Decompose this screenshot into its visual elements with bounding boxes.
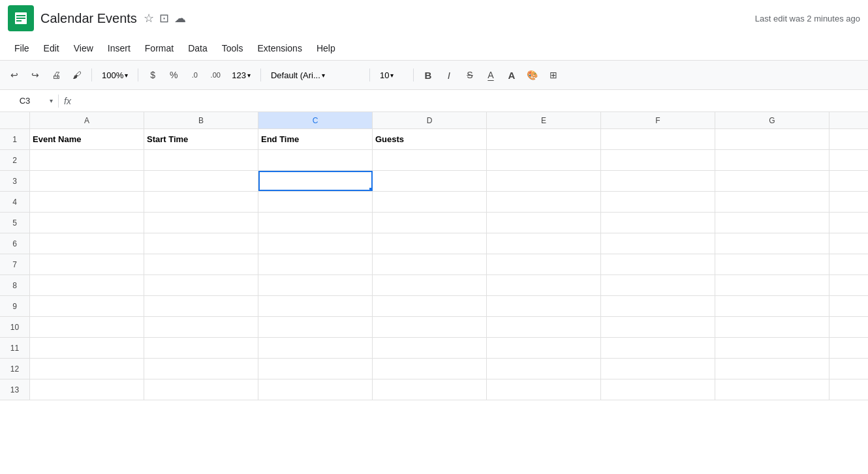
cell-c5[interactable] — [258, 213, 373, 233]
cell-c11[interactable] — [258, 338, 373, 358]
cell-c2[interactable] — [258, 150, 373, 170]
cell-a3[interactable] — [30, 171, 144, 191]
row-num-1[interactable]: 1 — [0, 129, 30, 149]
italic-button[interactable]: I — [440, 66, 458, 84]
paint-format-button[interactable]: 🖌 — [68, 66, 86, 84]
cell-g7[interactable] — [715, 254, 829, 274]
cell-f12[interactable] — [601, 359, 715, 379]
cell-f7[interactable] — [601, 254, 715, 274]
cell-ref-dropdown[interactable]: ▾ — [50, 97, 53, 104]
cell-d6[interactable] — [373, 233, 487, 254]
row-num-4[interactable]: 4 — [0, 192, 30, 212]
cell-b11[interactable] — [144, 338, 258, 358]
cell-c13[interactable] — [258, 379, 373, 400]
borders-button[interactable]: ⊞ — [544, 66, 563, 84]
row-num-13[interactable]: 13 — [0, 379, 30, 400]
menu-help[interactable]: Help — [310, 40, 342, 56]
cell-a1[interactable]: Event Name — [30, 129, 144, 149]
cell-c3[interactable] — [258, 171, 373, 191]
decimal-decrease-button[interactable]: .0 — [185, 66, 204, 84]
cell-b9[interactable] — [144, 296, 258, 316]
cell-b4[interactable] — [144, 192, 258, 212]
cell-g11[interactable] — [715, 338, 829, 358]
cell-f9[interactable] — [601, 296, 715, 316]
cell-g4[interactable] — [715, 192, 829, 212]
col-header-d[interactable]: D — [373, 112, 487, 128]
row-num-10[interactable]: 10 — [0, 317, 30, 337]
cell-b5[interactable] — [144, 213, 258, 233]
cell-b12[interactable] — [144, 359, 258, 379]
cell-d4[interactable] — [373, 192, 487, 212]
cell-a10[interactable] — [30, 317, 144, 337]
currency-button[interactable]: $ — [144, 66, 162, 84]
cell-b3[interactable] — [144, 171, 258, 191]
strikethrough-button[interactable]: S — [461, 66, 479, 84]
cell-a9[interactable] — [30, 296, 144, 316]
row-num-6[interactable]: 6 — [0, 233, 30, 254]
col-header-c[interactable]: C — [258, 112, 373, 128]
menu-edit[interactable]: Edit — [37, 40, 66, 56]
fill-handle[interactable] — [369, 188, 373, 191]
cell-d12[interactable] — [373, 359, 487, 379]
cell-f13[interactable] — [601, 379, 715, 400]
fill-color-button[interactable]: 🎨 — [523, 66, 542, 84]
menu-tools[interactable]: Tools — [215, 40, 250, 56]
cell-a5[interactable] — [30, 213, 144, 233]
cell-g2[interactable] — [715, 150, 829, 170]
col-header-f[interactable]: F — [601, 112, 715, 128]
cell-d9[interactable] — [373, 296, 487, 316]
row-num-7[interactable]: 7 — [0, 254, 30, 274]
cell-d11[interactable] — [373, 338, 487, 358]
star-icon[interactable]: ☆ — [144, 11, 154, 25]
cell-b8[interactable] — [144, 275, 258, 295]
cell-g9[interactable] — [715, 296, 829, 316]
cell-e7[interactable] — [487, 254, 601, 274]
col-header-g[interactable]: G — [715, 112, 829, 128]
format-type-selector[interactable]: 123 ▾ — [227, 66, 255, 84]
menu-data[interactable]: Data — [181, 40, 214, 56]
cell-f1[interactable] — [601, 129, 715, 149]
menu-format[interactable]: Format — [138, 40, 180, 56]
cell-d5[interactable] — [373, 213, 487, 233]
cell-c7[interactable] — [258, 254, 373, 274]
row-num-9[interactable]: 9 — [0, 296, 30, 316]
row-num-2[interactable]: 2 — [0, 150, 30, 170]
cell-g1[interactable] — [715, 129, 829, 149]
cell-d2[interactable] — [373, 150, 487, 170]
cell-a12[interactable] — [30, 359, 144, 379]
cell-f4[interactable] — [601, 192, 715, 212]
cell-f2[interactable] — [601, 150, 715, 170]
print-button[interactable]: 🖨 — [47, 66, 65, 84]
cell-g10[interactable] — [715, 317, 829, 337]
percent-button[interactable]: % — [164, 66, 183, 84]
menu-file[interactable]: File — [8, 40, 36, 56]
underline-button[interactable]: A — [482, 66, 500, 84]
formula-input[interactable] — [76, 96, 863, 106]
menu-view[interactable]: View — [67, 40, 100, 56]
cloud-icon[interactable]: ☁ — [174, 11, 186, 25]
cell-f6[interactable] — [601, 233, 715, 254]
cell-c10[interactable] — [258, 317, 373, 337]
cell-e13[interactable] — [487, 379, 601, 400]
font-size-selector[interactable]: 10 ▾ — [375, 66, 408, 84]
cell-c1[interactable]: End Time — [258, 129, 373, 149]
doc-title[interactable]: Calendar Events — [40, 11, 137, 26]
row-num-12[interactable]: 12 — [0, 359, 30, 379]
cell-d8[interactable] — [373, 275, 487, 295]
undo-button[interactable]: ↩ — [5, 66, 23, 84]
cell-e2[interactable] — [487, 150, 601, 170]
cell-g12[interactable] — [715, 359, 829, 379]
cell-c9[interactable] — [258, 296, 373, 316]
font-name-selector[interactable]: Default (Ari... ▾ — [266, 66, 364, 84]
cell-a11[interactable] — [30, 338, 144, 358]
col-header-b[interactable]: B — [144, 112, 258, 128]
cell-b13[interactable] — [144, 379, 258, 400]
cell-e5[interactable] — [487, 213, 601, 233]
cell-b6[interactable] — [144, 233, 258, 254]
bold-button[interactable]: B — [419, 66, 437, 84]
cell-f11[interactable] — [601, 338, 715, 358]
cell-e11[interactable] — [487, 338, 601, 358]
cell-a2[interactable] — [30, 150, 144, 170]
decimal-increase-button[interactable]: .00 — [206, 66, 225, 84]
cell-c6[interactable] — [258, 233, 373, 254]
